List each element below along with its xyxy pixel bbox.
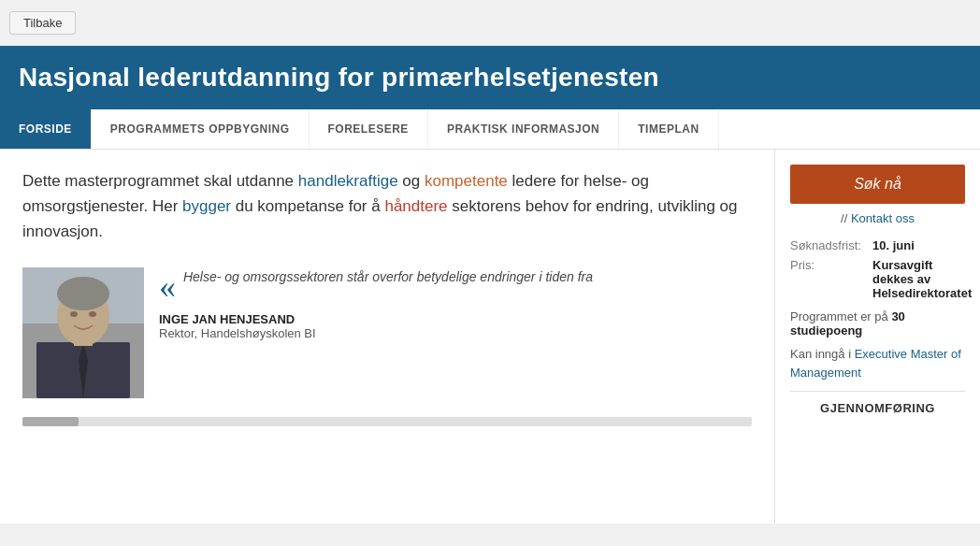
page-header: Nasjonal lederutdanning for primærhelset… — [0, 46, 980, 109]
studiepoeng-row: Programmet er på 30 studiepoeng — [790, 309, 965, 338]
nav-programmets[interactable]: PROGRAMMETS OPPBYGNING — [92, 109, 310, 149]
nav-forelesere[interactable]: FORELESERE — [310, 109, 428, 149]
soknadsfrist-value: 10. juni — [872, 238, 915, 252]
svg-point-8 — [89, 311, 96, 317]
quote-text: Helse- og omsorgssektoren står overfor b… — [183, 269, 593, 284]
scroll-area — [22, 417, 752, 426]
intro-word-bygger: bygger — [182, 197, 231, 215]
nav-timeplan[interactable]: TIMEPLAN — [619, 109, 718, 149]
quote-section: « Helse- og omsorgssektoren står overfor… — [22, 267, 752, 398]
kontakt-link[interactable]: Kontakt oss — [790, 211, 965, 225]
studiepoeng-pre: Programmet er på — [790, 309, 891, 323]
main-content: Dette masterprogrammet skal utdanne hand… — [0, 150, 980, 524]
nav-praktisk[interactable]: PRAKTISK INFORMASJON — [428, 109, 619, 149]
gjennomforing-section: GJENNOMFØRING — [790, 391, 965, 415]
soknadsfrist-label: Søknadsfrist: — [790, 238, 865, 252]
scrollbar-thumb[interactable] — [22, 417, 79, 426]
quote-content: « Helse- og omsorgssektoren står overfor… — [159, 267, 752, 340]
back-button[interactable]: Tilbake — [9, 11, 76, 35]
exec-link-row: Kan inngå i Executive Master of Manageme… — [790, 345, 965, 381]
exec-pre: Kan inngå i — [790, 347, 855, 361]
svg-point-6 — [57, 277, 109, 310]
right-panel: Søk nå Kontakt oss Søknadsfrist: 10. jun… — [774, 150, 980, 524]
navigation: FORSIDE PROGRAMMETS OPPBYGNING FORELESER… — [0, 109, 980, 150]
quote-mark: « — [159, 269, 176, 303]
pris-label: Pris: — [790, 258, 865, 272]
intro-word-kompetente: kompetente — [425, 172, 508, 190]
soknadsfrist-row: Søknadsfrist: 10. juni — [790, 238, 965, 252]
intro-word-handlekraftige: handlekraftige — [298, 172, 398, 190]
intro-paragraph: Dette masterprogrammet skal utdanne hand… — [22, 168, 752, 245]
pris-row: Pris: Kursavgift dekkes av Helsedirektor… — [790, 258, 965, 300]
page-title: Nasjonal lederutdanning for primærhelset… — [19, 63, 961, 93]
nav-forside[interactable]: FORSIDE — [0, 109, 92, 149]
person-name: INGE JAN HENJESAND — [159, 312, 752, 326]
person-title: Rektor, Handelshøyskolen BI — [159, 326, 752, 340]
horizontal-scrollbar[interactable] — [22, 417, 752, 426]
intro-word-handtere: håndtere — [384, 197, 447, 215]
gjennomforing-title: GJENNOMFØRING — [790, 401, 965, 415]
left-panel: Dette masterprogrammet skal utdanne hand… — [0, 150, 774, 524]
pris-value: Kursavgift dekkes av Helsedirektoratet — [872, 258, 972, 300]
person-photo — [22, 267, 144, 398]
quote-body: « Helse- og omsorgssektoren står overfor… — [159, 267, 752, 303]
person-silhouette-svg — [22, 267, 144, 398]
sok-button[interactable]: Søk nå — [790, 165, 965, 204]
svg-point-7 — [70, 311, 78, 317]
